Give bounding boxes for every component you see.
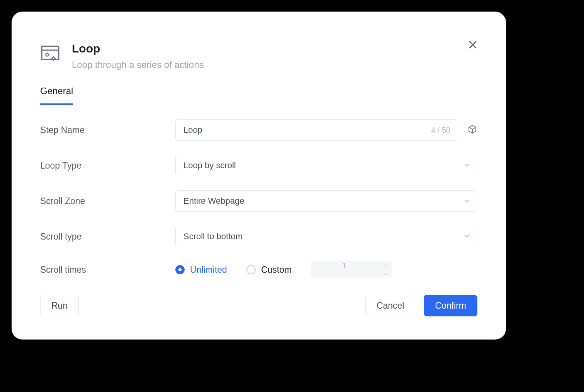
radio-custom[interactable]: Custom xyxy=(246,265,292,275)
stepper-down[interactable] xyxy=(378,270,392,279)
tabs: General xyxy=(12,70,506,105)
close-button[interactable] xyxy=(468,40,477,51)
svg-point-3 xyxy=(52,57,55,60)
scroll-type-value: Scroll to bottom xyxy=(183,231,243,242)
loop-type-value: Loop by scroll xyxy=(183,161,236,171)
tab-general[interactable]: General xyxy=(40,86,73,105)
loop-dialog: Loop Loop through a series of actions Ge… xyxy=(12,12,506,340)
radio-unlimited[interactable]: Unlimited xyxy=(175,265,227,275)
scroll-zone-value: Entire Webpage xyxy=(183,196,244,206)
stepper-up[interactable] xyxy=(378,261,392,270)
variable-button[interactable] xyxy=(467,124,477,136)
radio-circle-icon xyxy=(175,265,185,274)
custom-count-value: 1 xyxy=(311,261,378,278)
custom-count-stepper[interactable]: 1 xyxy=(311,261,392,278)
row-step-name: Step Name 4 / 50 xyxy=(40,119,477,141)
row-scroll-zone: Scroll Zone Entire Webpage xyxy=(40,190,477,212)
radio-custom-label: Custom xyxy=(261,265,292,275)
confirm-button[interactable]: Confirm xyxy=(424,295,477,316)
loop-icon xyxy=(40,43,61,66)
row-scroll-times: Scroll times Unlimited Custom 1 xyxy=(40,261,477,278)
dialog-header: Loop Loop through a series of actions xyxy=(12,12,506,70)
chevron-down-icon xyxy=(464,161,470,171)
chevron-up-icon xyxy=(383,264,387,267)
chevron-down-icon xyxy=(464,231,470,242)
label-scroll-zone: Scroll Zone xyxy=(40,196,175,206)
chevron-down-icon xyxy=(464,196,470,206)
label-scroll-type: Scroll type xyxy=(40,231,175,242)
radio-circle-icon xyxy=(246,265,256,274)
label-scroll-times: Scroll times xyxy=(40,265,175,275)
radio-unlimited-label: Unlimited xyxy=(190,265,227,275)
label-loop-type: Loop Type xyxy=(40,161,175,171)
label-step-name: Step Name xyxy=(40,125,175,135)
chevron-down-icon xyxy=(383,273,387,275)
cube-icon xyxy=(467,124,477,134)
scroll-type-select[interactable]: Scroll to bottom xyxy=(175,226,477,247)
svg-point-2 xyxy=(46,54,49,56)
scroll-zone-select[interactable]: Entire Webpage xyxy=(175,190,477,212)
dialog-subtitle: Loop through a series of actions xyxy=(72,59,204,70)
form: Step Name 4 / 50 Loop Type Loop by scr xyxy=(12,105,506,295)
run-button[interactable]: Run xyxy=(40,295,79,316)
char-counter: 4 / 50 xyxy=(431,126,450,135)
row-scroll-type: Scroll type Scroll to bottom xyxy=(40,226,477,247)
cancel-button[interactable]: Cancel xyxy=(365,295,416,316)
row-loop-type: Loop Type Loop by scroll xyxy=(40,155,477,176)
dialog-title: Loop xyxy=(72,42,204,56)
svg-rect-0 xyxy=(42,46,59,59)
close-icon xyxy=(468,40,477,49)
step-name-input[interactable] xyxy=(175,119,458,141)
dialog-footer: Run Cancel Confirm xyxy=(12,295,506,340)
loop-type-select[interactable]: Loop by scroll xyxy=(175,155,477,176)
